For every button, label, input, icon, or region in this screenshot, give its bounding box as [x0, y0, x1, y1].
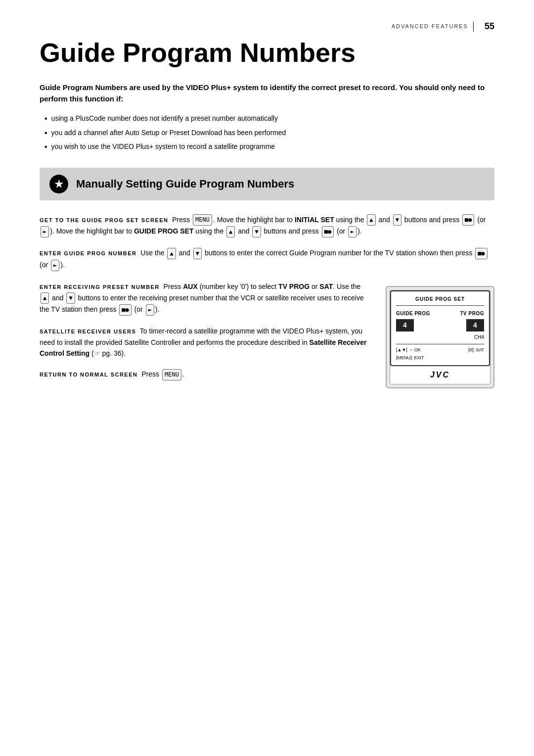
vcr-footer-mid: [MENU]: EXIT [396, 355, 484, 362]
text-column: ENTER RECEIVING PRESET NUMBER Press AUX … [40, 281, 371, 390]
vcr-brand: JVC [390, 366, 490, 384]
step-1-block: GET TO THE GUIDE PROG SET SCREEN Press M… [40, 214, 494, 238]
vcr-screen-container: GUIDE PROG SET GUIDE PROG TV PROG 4 4 CH… [390, 290, 490, 384]
select2-button-icon: ■● [322, 226, 334, 237]
page-number: 55 [485, 20, 494, 33]
bullet-item-2: you add a channel after Auto Setup or Pr… [44, 128, 494, 139]
vcr-ch4: CH4 [396, 333, 484, 341]
vcr-outer: GUIDE PROG SET GUIDE PROG TV PROG 4 4 CH… [386, 286, 494, 388]
vcr-footer-right: [0]: SAT [468, 347, 484, 354]
bullet-item-1: using a PlusCode number does not identif… [44, 113, 494, 124]
vcr-labels-row: GUIDE PROG TV PROG [396, 310, 484, 317]
vcr-guide-prog-value: 4 [396, 319, 414, 331]
header-right: ADVANCED FEATURES 55 [392, 20, 494, 33]
vcr-footer: [▲▼] → OK [0]: SAT [396, 344, 484, 354]
step-5-block: RETURN TO NORMAL SCREEN Press MENU. [40, 369, 371, 380]
page-header: ADVANCED FEATURES 55 [40, 20, 494, 33]
vcr-tv-prog-label: TV PROG [460, 310, 484, 317]
step-3-block: ENTER RECEIVING PRESET NUMBER Press AUX … [40, 281, 371, 316]
up-arrow-icon: ▲ [367, 214, 375, 226]
vcr-values-row: 4 4 [396, 319, 484, 331]
header-divider [473, 22, 474, 32]
down-arrow-icon: ▼ [393, 214, 401, 226]
down-arrow3-icon: ▼ [193, 248, 202, 259]
step-3-label: ENTER RECEIVING PRESET NUMBER [40, 284, 160, 290]
step-5-label: RETURN TO NORMAL SCREEN [40, 372, 138, 378]
up-arrow3-icon: ▲ [167, 248, 176, 259]
right-arrow4-icon: ► [146, 304, 154, 316]
vcr-guide-prog-label: GUIDE PROG [396, 310, 430, 317]
star-icon: ★ [54, 177, 63, 191]
step-4-block: SATELLITE RECEIVER USERS To timer-record… [40, 326, 371, 359]
screen-diagram: GUIDE PROG SET GUIDE PROG TV PROG 4 4 CH… [386, 286, 494, 388]
down-arrow4-icon: ▼ [66, 292, 75, 304]
select4-button-icon: ■● [119, 304, 131, 316]
menu2-button-icon: MENU [162, 369, 181, 380]
step-5-text: Press MENU. [139, 370, 184, 378]
section-title: Manually Setting Guide Program Numbers [76, 176, 294, 192]
section-banner: ★ Manually Setting Guide Program Numbers [40, 168, 494, 200]
section-label: ADVANCED FEATURES [392, 22, 468, 31]
select3-button-icon: ■● [475, 248, 487, 259]
up-arrow2-icon: ▲ [226, 226, 235, 237]
right-arrow-icon: ► [41, 226, 49, 237]
vcr-footer-left: [▲▼] → OK [396, 347, 421, 354]
bullet-list: using a PlusCode number does not identif… [40, 113, 494, 152]
step-1-label: GET TO THE GUIDE PROG SET SCREEN [40, 217, 169, 223]
menu-button-icon: MENU [193, 214, 212, 226]
bullet-item-3: you wish to use the VIDEO Plus+ system t… [44, 142, 494, 152]
step-2-label: ENTER GUIDE PROG NUMBER [40, 250, 136, 256]
select-button-icon: ■● [462, 214, 474, 226]
vcr-tv-prog-value: 4 [466, 319, 484, 331]
step-4-label: SATELLITE RECEIVER USERS [40, 329, 136, 334]
right-arrow3-icon: ► [51, 260, 59, 271]
intro-bold: Guide Program Numbers are used by the VI… [40, 82, 494, 104]
step-2-block: ENTER GUIDE PROG NUMBER Use the ▲ and ▼ … [40, 247, 494, 271]
up-arrow4-icon: ▲ [41, 292, 49, 304]
vcr-screen-title: GUIDE PROG SET [396, 295, 484, 306]
content-area: ENTER RECEIVING PRESET NUMBER Press AUX … [40, 281, 494, 390]
down-arrow2-icon: ▼ [252, 226, 261, 237]
banner-icon: ★ [49, 175, 68, 193]
right-arrow2-icon: ► [348, 226, 356, 237]
main-title: Guide Program Numbers [40, 38, 494, 67]
vcr-screen: GUIDE PROG SET GUIDE PROG TV PROG 4 4 CH… [390, 290, 490, 366]
